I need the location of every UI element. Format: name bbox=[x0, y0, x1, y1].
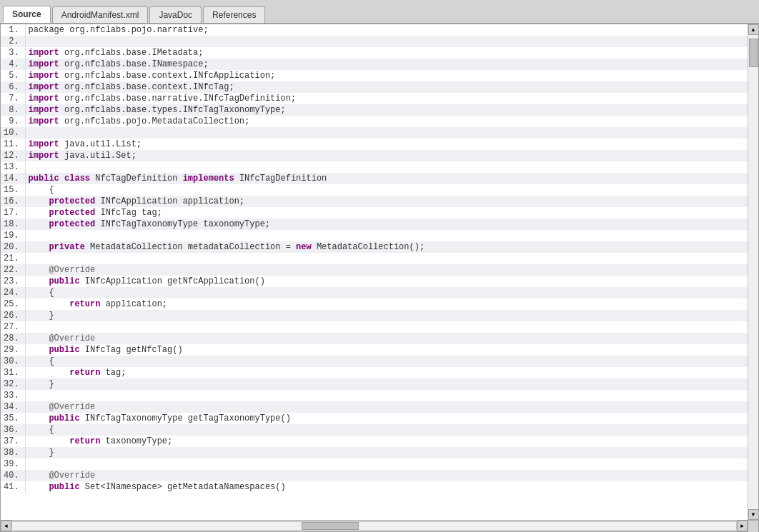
line-number: 25. bbox=[1, 298, 25, 310]
line-number: 12. bbox=[1, 150, 25, 161]
line-content: import org.nfclabs.base.context.INfcTag; bbox=[25, 81, 748, 93]
scroll-thumb-vertical[interactable] bbox=[749, 39, 758, 67]
table-row: 38. } bbox=[1, 447, 748, 458]
editor-container: 1.package org.nfclabs.pojo.narrative;2. … bbox=[0, 24, 759, 521]
tab-references[interactable]: References bbox=[203, 6, 265, 23]
line-content: import java.util.Set; bbox=[25, 150, 748, 161]
scroll-left-button[interactable]: ◄ bbox=[1, 521, 11, 531]
table-row: 40. @Override bbox=[1, 470, 748, 481]
tab-bar: SourceAndroidManifest.xmlJavaDocReferenc… bbox=[0, 0, 759, 24]
table-row: 34. @Override bbox=[1, 401, 748, 413]
line-content: import java.util.List; bbox=[25, 139, 748, 150]
table-row: 25. return application; bbox=[1, 298, 748, 310]
line-content: { bbox=[25, 356, 748, 367]
table-row: 13. bbox=[1, 161, 748, 173]
line-content bbox=[25, 127, 748, 139]
line-number: 31. bbox=[1, 367, 25, 378]
scroll-horizontal[interactable]: ◄ ► bbox=[1, 521, 748, 532]
scroll-track-horizontal bbox=[11, 521, 737, 531]
line-number: 6. bbox=[1, 81, 25, 93]
tab-javadoc[interactable]: JavaDoc bbox=[149, 6, 202, 23]
line-number: 21. bbox=[1, 253, 25, 264]
line-number: 33. bbox=[1, 390, 25, 401]
line-content: { bbox=[25, 287, 748, 298]
line-number: 16. bbox=[1, 196, 25, 207]
line-content: } bbox=[25, 378, 748, 390]
line-content: } bbox=[25, 447, 748, 458]
line-number: 14. bbox=[1, 173, 25, 184]
line-content: @Override bbox=[25, 264, 748, 276]
scroll-down-button[interactable]: ▼ bbox=[748, 509, 759, 520]
tab-manifest[interactable]: AndroidManifest.xml bbox=[52, 6, 149, 23]
table-row: 1.package org.nfclabs.pojo.narrative; bbox=[1, 24, 748, 36]
line-content: import org.nfclabs.base.INamespace; bbox=[25, 59, 748, 70]
line-number: 34. bbox=[1, 401, 25, 413]
table-row: 27. bbox=[1, 321, 748, 333]
code-area[interactable]: 1.package org.nfclabs.pojo.narrative;2. … bbox=[1, 24, 748, 520]
table-row: 41. public Set<INamespace> getMetadataNa… bbox=[1, 481, 748, 493]
table-row: 12.import java.util.Set; bbox=[1, 150, 748, 161]
line-number: 26. bbox=[1, 310, 25, 321]
table-row: 29. public INfcTag getNfcTag() bbox=[1, 344, 748, 356]
line-content: protected INfcTagTaxonomyType taxonomyTy… bbox=[25, 219, 748, 230]
line-content bbox=[25, 161, 748, 173]
line-number: 38. bbox=[1, 447, 25, 458]
line-number: 28. bbox=[1, 333, 25, 344]
line-number: 36. bbox=[1, 424, 25, 436]
table-row: 19. bbox=[1, 230, 748, 241]
line-number: 24. bbox=[1, 287, 25, 298]
line-content: return taxonomyType; bbox=[25, 436, 748, 447]
scroll-right-button[interactable]: ► bbox=[737, 521, 748, 531]
table-row: 4.import org.nfclabs.base.INamespace; bbox=[1, 59, 748, 70]
line-number: 29. bbox=[1, 344, 25, 356]
line-number: 35. bbox=[1, 413, 25, 424]
table-row: 21. bbox=[1, 253, 748, 264]
scroll-thumb-horizontal[interactable] bbox=[302, 522, 359, 530]
table-row: 10. bbox=[1, 127, 748, 139]
table-row: 35. public INfcTagTaxonomyType getTagTax… bbox=[1, 413, 748, 424]
line-number: 40. bbox=[1, 470, 25, 481]
line-content: import org.nfclabs.pojo.MetadataCollecti… bbox=[25, 116, 748, 127]
line-content: } bbox=[25, 310, 748, 321]
scrollbar-vertical[interactable]: ▲ ▼ bbox=[748, 24, 758, 520]
table-row: 20. private MetadataCollection metadataC… bbox=[1, 241, 748, 253]
line-content: public INfcTag getNfcTag() bbox=[25, 344, 748, 356]
line-content bbox=[25, 458, 748, 470]
line-content: @Override bbox=[25, 333, 748, 344]
table-row: 30. { bbox=[1, 356, 748, 367]
line-content: protected INfcApplication application; bbox=[25, 196, 748, 207]
table-row: 11.import java.util.List; bbox=[1, 139, 748, 150]
table-row: 32. } bbox=[1, 378, 748, 390]
line-content: return application; bbox=[25, 298, 748, 310]
scroll-up-button[interactable]: ▲ bbox=[748, 24, 759, 35]
line-content: public Set<INamespace> getMetadataNamesp… bbox=[25, 481, 748, 493]
line-content bbox=[25, 36, 748, 47]
table-row: 23. public INfcApplication getNfcApplica… bbox=[1, 276, 748, 287]
line-number: 17. bbox=[1, 207, 25, 219]
line-number: 23. bbox=[1, 276, 25, 287]
table-row: 3.import org.nfclabs.base.IMetadata; bbox=[1, 47, 748, 59]
line-number: 39. bbox=[1, 458, 25, 470]
scroll-track-vertical bbox=[748, 35, 758, 509]
line-content: public INfcApplication getNfcApplication… bbox=[25, 276, 748, 287]
table-row: 28. @Override bbox=[1, 333, 748, 344]
table-row: 37. return taxonomyType; bbox=[1, 436, 748, 447]
table-row: 24. { bbox=[1, 287, 748, 298]
line-content: import org.nfclabs.base.narrative.INfcTa… bbox=[25, 93, 748, 104]
table-row: 8.import org.nfclabs.base.types.INfcTagT… bbox=[1, 104, 748, 116]
table-row: 6.import org.nfclabs.base.context.INfcTa… bbox=[1, 81, 748, 93]
table-row: 16. protected INfcApplication applicatio… bbox=[1, 196, 748, 207]
line-number: 20. bbox=[1, 241, 25, 253]
line-content: { bbox=[25, 184, 748, 196]
line-number: 9. bbox=[1, 116, 25, 127]
line-content: private MetadataCollection metadataColle… bbox=[25, 241, 748, 253]
line-number: 4. bbox=[1, 59, 25, 70]
line-number: 13. bbox=[1, 161, 25, 173]
tab-source[interactable]: Source bbox=[3, 6, 51, 23]
table-row: 2. bbox=[1, 36, 748, 47]
line-number: 15. bbox=[1, 184, 25, 196]
table-row: 14.public class NfcTagDefinition impleme… bbox=[1, 173, 748, 184]
line-number: 8. bbox=[1, 104, 25, 116]
line-content: return tag; bbox=[25, 367, 748, 378]
line-content: @Override bbox=[25, 401, 748, 413]
